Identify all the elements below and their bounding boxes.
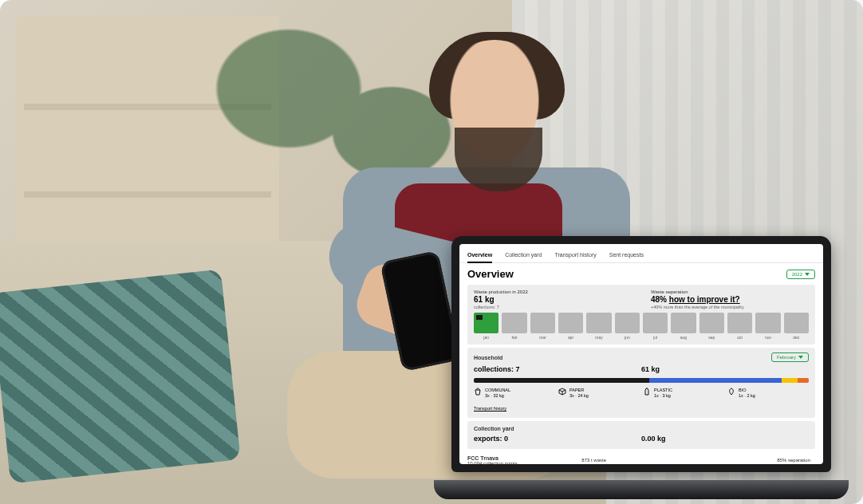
month-cell-jul[interactable] bbox=[643, 313, 668, 333]
exports-value: 0 bbox=[504, 435, 508, 443]
tab-sent-requests[interactable]: Sent requests bbox=[609, 249, 644, 262]
waste-production-label: Waste production in 2022 bbox=[474, 289, 632, 294]
waste-type-plastic: PLASTIC1x · 3 kg bbox=[643, 388, 724, 399]
separation-percent: 48% bbox=[651, 295, 667, 304]
cushion bbox=[0, 270, 241, 484]
app-screen: Overview Collection yard Transport histo… bbox=[459, 244, 823, 464]
laptop-screen: Overview Collection yard Transport histo… bbox=[451, 236, 831, 472]
month-label: oct bbox=[727, 335, 752, 340]
month-label: nov bbox=[755, 335, 780, 340]
photo-background: Overview Collection yard Transport histo… bbox=[0, 0, 863, 504]
footer-org: FCC Trnava bbox=[467, 455, 581, 461]
waste-name: COMMUNAL bbox=[485, 388, 510, 393]
nav-tabs: Overview Collection yard Transport histo… bbox=[459, 244, 823, 263]
month-label: aug bbox=[671, 335, 696, 340]
waste-type-communal: COMMUNAL3x · 32 kg bbox=[474, 388, 555, 399]
collections-value: 7 bbox=[516, 365, 520, 373]
tab-collection-yard[interactable]: Collection yard bbox=[505, 249, 542, 262]
household-card: Household February collections: 7 61 kg bbox=[467, 348, 815, 418]
bio-icon bbox=[727, 388, 735, 396]
laptop-mockup: Overview Collection yard Transport histo… bbox=[434, 236, 849, 499]
waste-production-value: 61 kg bbox=[474, 295, 632, 304]
footer-separation: 85% separation bbox=[696, 458, 815, 463]
laptop-base bbox=[434, 480, 849, 499]
month-cell-mar[interactable] bbox=[530, 313, 555, 333]
bar-segment-paper bbox=[649, 378, 781, 383]
collection-yard-card: Collection yard exports: 0 0.00 kg bbox=[467, 421, 815, 449]
footer-org-sub: 10,004 collection points bbox=[467, 461, 581, 464]
exports-label: exports: bbox=[474, 435, 502, 443]
waste-type-paper: PAPER3x · 24 kg bbox=[558, 388, 640, 399]
waste-separation-label: Waste separation bbox=[651, 289, 809, 294]
improve-link[interactable]: how to improve it? bbox=[669, 295, 740, 304]
bottle-icon bbox=[643, 388, 651, 396]
month-label: apr bbox=[558, 335, 583, 340]
month-cell-aug[interactable] bbox=[671, 313, 696, 333]
waste-production-sub: collections: 7 bbox=[474, 305, 632, 309]
bag-icon bbox=[474, 388, 482, 396]
waste-name: BIO bbox=[739, 388, 755, 393]
waste-detail: 1x · 3 kg bbox=[654, 393, 672, 399]
waste-detail: 1x · 2 kg bbox=[739, 393, 755, 399]
month-selector[interactable]: February bbox=[771, 352, 809, 362]
chevron-down-icon bbox=[798, 356, 803, 359]
tab-overview[interactable]: Overview bbox=[467, 249, 492, 263]
footer-waste-total: 873 t waste bbox=[581, 458, 696, 463]
month-label: jul bbox=[643, 335, 668, 340]
transport-history-link[interactable]: Transport history bbox=[474, 406, 506, 411]
collection-yard-weight: 0.00 kg bbox=[641, 435, 809, 443]
month-cell-nov[interactable] bbox=[755, 313, 780, 333]
tab-transport-history[interactable]: Transport history bbox=[554, 249, 596, 262]
month-cell-jan[interactable] bbox=[474, 313, 498, 333]
month-label: mar bbox=[530, 335, 555, 340]
box-icon bbox=[558, 388, 566, 396]
month-label: dec bbox=[784, 335, 809, 340]
chevron-down-icon bbox=[805, 273, 810, 276]
month-cell-sep[interactable] bbox=[699, 313, 724, 333]
footer-stats: FCC Trnava 10,004 collection points 873 … bbox=[459, 452, 823, 464]
month-grid bbox=[474, 313, 809, 333]
month-cell-feb[interactable] bbox=[502, 313, 526, 333]
production-separation-card: Waste production in 2022 61 kg collectio… bbox=[467, 285, 815, 345]
waste-separation-value: 48% how to improve it? bbox=[651, 295, 809, 304]
month-cell-dec[interactable] bbox=[784, 313, 809, 333]
household-heading: Household bbox=[474, 355, 502, 360]
year-selector-label: 2022 bbox=[792, 272, 802, 277]
page-title: Overview bbox=[467, 268, 514, 280]
collections-stat: collections: 7 bbox=[474, 365, 641, 373]
waste-separation-sub: +40% more than the average of the munici… bbox=[651, 305, 809, 309]
month-cell-may[interactable] bbox=[586, 313, 611, 333]
waste-type-bio: BIO1x · 2 kg bbox=[727, 388, 809, 399]
waste-name: PLASTIC bbox=[654, 388, 672, 393]
waste-detail: 3x · 24 kg bbox=[569, 393, 589, 399]
month-label: jun bbox=[615, 335, 640, 340]
exports-stat: exports: 0 bbox=[474, 435, 641, 443]
month-cell-apr[interactable] bbox=[558, 313, 583, 333]
month-cell-oct[interactable] bbox=[727, 313, 752, 333]
month-label: sep bbox=[699, 335, 724, 340]
bar-segment-plastic bbox=[782, 378, 798, 383]
collection-yard-heading: Collection yard bbox=[474, 426, 809, 431]
waste-name: PAPER bbox=[569, 388, 589, 393]
waste-type-row: COMMUNAL3x · 32 kg PAPER3x · 24 kg bbox=[474, 388, 809, 399]
bar-segment-communal bbox=[474, 378, 649, 383]
household-weight: 61 kg bbox=[641, 365, 809, 373]
month-label: feb bbox=[502, 335, 526, 340]
month-selector-label: February bbox=[777, 355, 796, 360]
month-label: may bbox=[586, 335, 611, 340]
waste-stacked-bar bbox=[474, 378, 809, 383]
month-cell-jun[interactable] bbox=[615, 313, 640, 333]
bar-segment-bio bbox=[798, 378, 809, 383]
year-selector[interactable]: 2022 bbox=[786, 270, 815, 279]
collections-label: collections: bbox=[474, 365, 514, 373]
waste-detail: 3x · 32 kg bbox=[485, 393, 510, 399]
month-label: jan bbox=[474, 335, 498, 340]
